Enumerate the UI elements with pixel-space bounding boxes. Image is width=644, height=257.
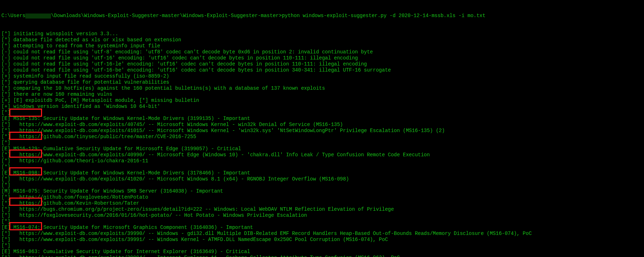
init-line: [*] attempting to read from the systemin… (1, 43, 643, 49)
command-text: python windows-exploit-suggester.py -d 2… (282, 13, 485, 19)
vuln-ref: [*] https://www.exploit-db.com/exploits/… (1, 231, 643, 237)
vuln-ref: [*] https://www.exploit-db.com/exploits/… (1, 255, 643, 257)
vuln-ref: [*] https://www.exploit-db.com/exploits/… (1, 128, 643, 134)
vuln-ref: [*] https://www.exploit-db.com/exploits/… (1, 237, 643, 243)
init-line: [-] could not read file using 'utf-8' en… (1, 49, 643, 55)
vuln-header: [M] MS16-075: Security Update for Window… (1, 188, 643, 194)
redacted-user (25, 14, 51, 19)
vuln-ref: [*] https://foxglovesecurity.com/2016/01… (1, 213, 643, 219)
path-prefix: C:\Users (1, 13, 25, 19)
vuln-header: [E] MS16-074: Security Update for Micros… (1, 225, 643, 231)
separator: [*] (1, 219, 643, 225)
separator: [*] (1, 243, 643, 249)
vuln-header: [E] MS16-129: Cumulative Security Update… (1, 146, 643, 152)
init-line: [*] initiating winsploit version 3.3... (1, 31, 643, 37)
vuln-header: [E] MS16-098: Security Update for Window… (1, 170, 643, 176)
path-suffix: \Downloads\Windows-Exploit-Suggester-mas… (51, 13, 282, 19)
init-line: [*] (1, 110, 643, 116)
init-line: [+] windows version identified as 'Windo… (1, 104, 643, 110)
vuln-header: [E] MS16-135: Security Update for Window… (1, 116, 643, 122)
init-line: [-] could not read file using 'utf-16-be… (1, 67, 643, 73)
init-line: [-] could not read file using 'utf-16' e… (1, 55, 643, 61)
vuln-ref: [*] https://github.com/foxglovesec/Rotte… (1, 194, 643, 200)
init-line: [*] querying database file for potential… (1, 79, 643, 85)
separator: [*] (1, 140, 643, 146)
terminal-output: [*] initiating winsploit version 3.3...[… (1, 31, 643, 257)
vuln-ref: [*] https://www.exploit-db.com/exploits/… (1, 152, 643, 158)
init-line: [+] systeminfo input file read successfu… (1, 73, 643, 79)
init-line: [*] database file detected as xls or xls… (1, 37, 643, 43)
vuln-ref: [*] https://bugs.chromium.org/p/project-… (1, 206, 643, 213)
separator: [*] (1, 182, 643, 188)
vuln-ref: [*] https://www.exploit-db.com/exploits/… (1, 176, 643, 182)
vuln-ref: [*] https://www.exploit-db.com/exploits/… (1, 122, 643, 128)
prompt-line: C:\Users\Downloads\Windows-Exploit-Sugge… (1, 13, 643, 19)
separator: [*] (1, 164, 643, 170)
init-line: [+] [E] exploitdb PoC, [M] Metasploit mo… (1, 98, 643, 104)
vuln-header: [E] MS16-063: Cumulative Security Update… (1, 249, 643, 255)
vuln-ref: [*] https://github.com/Kevin-Robertson/T… (1, 200, 643, 206)
vuln-ref: [*] https://github.com/theori-io/chakra-… (1, 158, 643, 164)
vuln-ref: [*] https://github.com/tinysec/public/tr… (1, 134, 643, 140)
terminal-window[interactable]: C:\Users\Downloads\Windows-Exploit-Sugge… (0, 0, 644, 257)
init-line: [*] there are now 160 remaining vulns (1, 91, 643, 98)
init-line: [-] could not read file using 'utf-16-le… (1, 61, 643, 67)
init-line: [*] comparing the 10 hotfix(es) against … (1, 85, 643, 91)
